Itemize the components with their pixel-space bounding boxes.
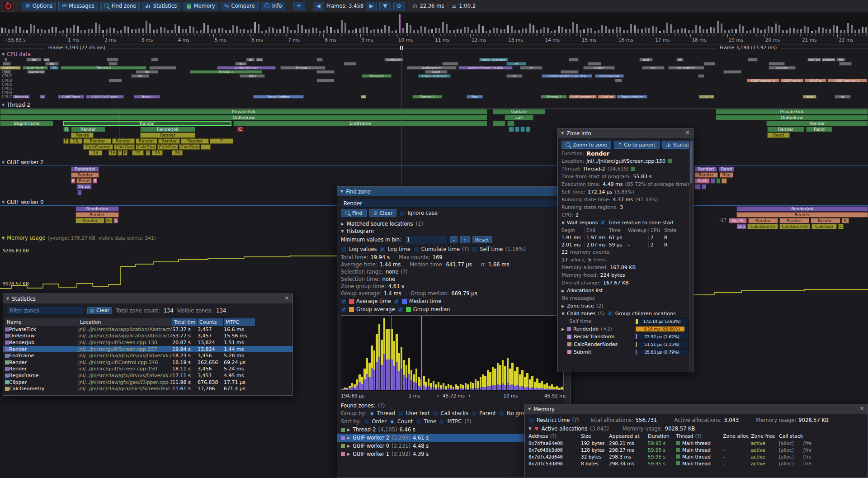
cpu-zone[interactable]: i xyxy=(699,95,714,99)
toolbar-button-messages[interactable]: ✉Messages xyxy=(58,2,98,10)
checkbox-log-values[interactable]: Log values xyxy=(341,246,377,252)
checkbox-group-children-locations[interactable]: ✓Group children locations xyxy=(607,311,676,317)
memory-column-duration[interactable]: Duration xyxy=(648,433,676,439)
timeline-zone[interactable]: Render xyxy=(75,212,119,218)
cpu-zone[interactable] xyxy=(151,58,158,62)
cpu-zone[interactable]: surfaceflinger /audio xyxy=(458,66,513,70)
timeline-zone[interactable]: 5 xyxy=(113,218,118,223)
histogram-header[interactable]: ▼Histogram xyxy=(337,227,570,235)
cpu-zone[interactable]: Thread-2 xyxy=(541,95,567,99)
timeline-zone[interactable]: CalcGeo xyxy=(136,144,156,150)
power-button[interactable] xyxy=(3,2,14,10)
timeline-zone[interactable]: RenderJob xyxy=(140,127,195,132)
cpu-zone[interactable] xyxy=(3,62,11,66)
cpu-zone[interactable] xyxy=(615,79,622,82)
timeline-zone[interactable] xyxy=(520,127,525,132)
cpu-zone[interactable]: Tracy Profiler xyxy=(617,95,647,99)
legend-group-median[interactable]: ✓Group median xyxy=(398,306,450,312)
legend-median-time[interactable]: ✓Median time xyxy=(394,298,441,304)
cpu-zone[interactable] xyxy=(316,70,335,74)
child-zone-row[interactable]: CalcRenderNodes51.51 µs (1.15%) xyxy=(558,341,693,348)
toolbar-button-info[interactable]: ⓘInfo xyxy=(261,2,286,10)
cpu-zone[interactable] xyxy=(561,70,579,74)
stats-column-counts[interactable]: Counts xyxy=(198,318,224,326)
zone-info-scrollbar[interactable] xyxy=(689,138,693,372)
cpu-zone[interactable]: Tracy Profiler xyxy=(253,95,304,99)
cpu-zone[interactable] xyxy=(4,70,11,74)
timeline-zone[interactable]: CalcGeo xyxy=(179,144,200,150)
cpu-zone[interactable]: Trac xyxy=(467,95,483,99)
timeline-zone[interactable] xyxy=(201,144,211,150)
timeline-zone[interactable] xyxy=(77,190,82,195)
find-zone-titlebar[interactable]: ▼ Find zone × xyxy=(337,187,570,196)
cpu-zone[interactable]: im xyxy=(26,58,42,62)
collapse-icon[interactable]: ▼ xyxy=(340,189,343,194)
cpu-zone[interactable]: Th xyxy=(50,66,59,70)
cpu-zone[interactable] xyxy=(344,62,356,66)
toolbar-button-compare[interactable]: ⇆Compare xyxy=(221,2,258,10)
table-row[interactable]: PrivateTickjni/../jni/src/claw/applicati… xyxy=(3,326,292,333)
cpu-zone[interactable] xyxy=(748,58,758,62)
collapse-icon[interactable]: ▼ xyxy=(561,131,564,135)
cpu-zone[interactable]: Thread-2 xyxy=(280,66,326,70)
cpu-zone[interactable]: rot surface xyxy=(668,66,704,70)
timeline-zone[interactable]: Update xyxy=(493,109,545,114)
timeline-zone[interactable]: Render xyxy=(71,127,105,132)
cpu-zone[interactable]: GUIF-w xyxy=(598,95,616,99)
legend-group-average[interactable]: ✓Group average xyxy=(341,306,395,312)
timeline-zone[interactable]: call xyxy=(505,115,533,120)
thread-header-guif-worker-2[interactable]: ▼GUIF worker 2 xyxy=(2,159,43,166)
cpu-zone[interactable]: st xyxy=(506,74,523,78)
timeline-zone[interactable]: Rend xyxy=(767,133,790,138)
timeline-zone[interactable] xyxy=(722,178,727,184)
cpu-zone[interactable]: GUIF worker 2 xyxy=(569,95,597,99)
cpu-zone[interactable] xyxy=(698,74,704,78)
cpu-zone[interactable] xyxy=(316,79,335,82)
timeline-zone[interactable]: 22 xyxy=(132,150,144,156)
cpu-zone[interactable] xyxy=(108,79,122,82)
memory-column-address[interactable]: Address(?) xyxy=(528,433,581,439)
cpu-zone[interactable]: GUIF-work xyxy=(780,79,804,82)
timeline-zone[interactable]: CalcGeomet xyxy=(779,224,810,229)
cpu-zone[interactable]: tracy_systrace xyxy=(418,74,451,78)
toolbar-button-memory[interactable]: ▦Memory xyxy=(183,2,218,10)
timeline-zone[interactable]: Rend xyxy=(719,166,734,172)
memory-column-appeared-at[interactable]: Appeared at xyxy=(609,433,648,439)
timeline-zone[interactable] xyxy=(526,127,530,132)
cpu-zone[interactable]: surfaceu xyxy=(0,66,21,70)
child-zone-row[interactable]: ▶RenderJob(×2)4.16 ms (92.60%) xyxy=(558,325,693,333)
allocation-row[interactable]: 0x7dfaa64e00192 bytes298.21 ms59.95 sMai… xyxy=(525,440,868,446)
collapse-icon[interactable]: ▼ xyxy=(6,297,9,301)
radio-user-text[interactable]: User text xyxy=(398,410,430,416)
timeline-zone[interactable]: EndFrame xyxy=(233,121,487,126)
cpu-zone[interactable] xyxy=(442,62,458,66)
timeline-zone[interactable]: C xyxy=(118,150,122,156)
close-icon[interactable]: × xyxy=(283,295,290,302)
cpu-zone[interactable] xyxy=(839,62,852,66)
cpu-zone[interactable]: V xyxy=(40,95,45,99)
table-row[interactable]: Clipperjni/../jni/src/claw/gfx/geo/Clipp… xyxy=(3,379,292,386)
cpu-zone[interactable]: surfacet xyxy=(384,58,403,62)
cpu-zone[interactable]: sen-sis xyxy=(807,58,821,62)
cpu-zone[interactable]: dn xyxy=(136,70,158,74)
timeline-zone[interactable]: CalcGeome xyxy=(747,224,778,229)
timeline-zone[interactable]: Render xyxy=(83,138,111,144)
cpu-zone[interactable]: surfaceflinger xyxy=(217,66,276,70)
cpu-zone[interactable]: dn xyxy=(131,74,149,78)
cpu-zone[interactable]: sys xyxy=(43,58,50,62)
cpu-zone[interactable] xyxy=(588,62,601,66)
cpu-zone[interactable]: kwot xyxy=(425,70,448,74)
timeline-zone[interactable]: Rend xyxy=(806,127,832,132)
timeline-zone[interactable] xyxy=(702,184,706,189)
cpu-zone[interactable]: et xyxy=(506,62,526,66)
reset-button[interactable]: Reset xyxy=(472,236,492,243)
timeline-zone[interactable] xyxy=(493,121,505,126)
timeline-zone[interactable] xyxy=(716,178,721,184)
timeline-zone[interactable]: CalcGeo xyxy=(811,224,837,229)
timeline-zone[interactable]: BeginFrame xyxy=(0,121,53,126)
tools-button[interactable]: ✛ xyxy=(293,2,305,10)
timeline-zone[interactable]: C xyxy=(237,127,243,132)
cpu-zone[interactable]: GUIF worker 1 xyxy=(827,79,867,82)
timeline-zone[interactable]: Render xyxy=(694,172,718,178)
increment-button[interactable]: + xyxy=(460,236,470,243)
